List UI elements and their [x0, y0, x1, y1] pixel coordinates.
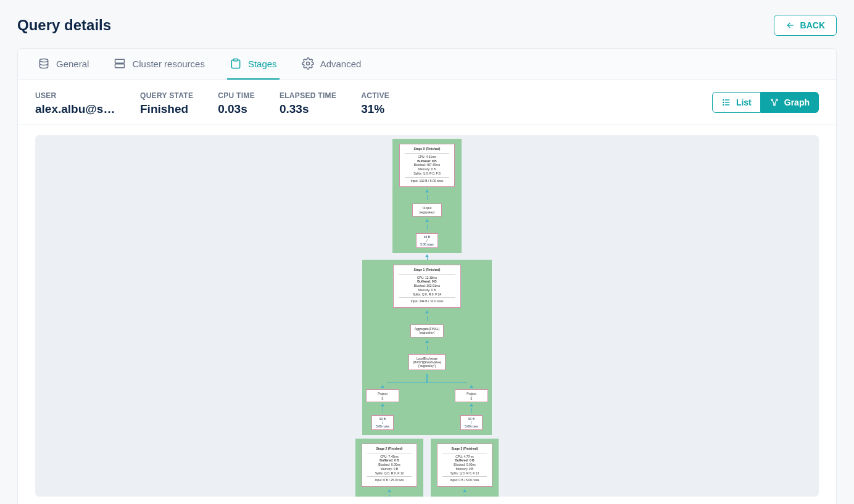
- aggregate-final-operator[interactable]: Aggregate(FINAL) [regionkey]: [410, 324, 444, 337]
- summary-active: ACTIVE 31%: [361, 91, 389, 116]
- arrow-up-icon: [381, 385, 384, 388]
- arrow-up-icon: [470, 385, 473, 388]
- arrow-up-icon: [425, 310, 429, 313]
- svg-point-13: [771, 99, 773, 101]
- summary-value: Finished: [140, 102, 193, 116]
- xfer-node: 46 B / 5.00 rows: [416, 233, 438, 248]
- stage-header: Stage 2 (Finished) CPU: 7.45ms Buffered:…: [362, 444, 417, 487]
- view-toggle-label: Graph: [784, 97, 810, 107]
- view-toggle-label: List: [736, 97, 752, 107]
- tabs: General Cluster resources Stages Advance…: [18, 49, 836, 80]
- stage-header: Stage 0 (Finished) CPU: 4.31ms Buffered:…: [399, 144, 455, 187]
- gear-icon: [302, 57, 314, 70]
- summary-elapsed-time: ELAPSED TIME 0.33s: [280, 91, 336, 116]
- svg-point-15: [773, 104, 775, 106]
- stage-0[interactable]: Stage 0 (Finished) CPU: 4.31ms Buffered:…: [392, 139, 462, 253]
- svg-rect-2: [115, 64, 125, 68]
- svg-rect-5: [234, 59, 238, 61]
- svg-point-14: [776, 99, 777, 101]
- svg-rect-1: [115, 59, 125, 63]
- view-toggle-list[interactable]: List: [712, 92, 761, 113]
- arrow-up-icon: [381, 403, 384, 407]
- summary-label: QUERY STATE: [140, 91, 193, 100]
- tab-cluster-resources[interactable]: Cluster resources: [111, 49, 207, 80]
- back-button[interactable]: BACK: [774, 15, 837, 36]
- svg-point-11: [723, 102, 724, 102]
- output-operator[interactable]: Output [regionkey]: [412, 204, 442, 217]
- summary-label: USER: [35, 91, 115, 100]
- tab-general[interactable]: General: [35, 49, 91, 80]
- svg-point-12: [723, 104, 724, 105]
- arrow-up-icon: [425, 219, 429, 222]
- summary-label: ELAPSED TIME: [280, 91, 336, 100]
- server-icon: [114, 57, 126, 70]
- svg-point-6: [306, 62, 309, 65]
- stage-header: Stage 1 (Finished) CPU: 12.18ms Buffered…: [393, 265, 461, 308]
- svg-point-0: [39, 59, 48, 62]
- tab-advanced[interactable]: Advanced: [299, 49, 364, 80]
- summary-value: alex.albu@st…: [35, 102, 115, 116]
- database-icon: [38, 57, 50, 70]
- branch-connector: [387, 374, 467, 382]
- arrow-up-icon: [388, 489, 391, 492]
- summary-value: 0.33s: [280, 102, 336, 116]
- stage-2[interactable]: Stage 2 (Finished) CPU: 7.45ms Buffered:…: [355, 439, 423, 497]
- tab-label: Advanced: [320, 59, 362, 69]
- arrow-up-icon: [425, 340, 429, 343]
- list-icon: [721, 97, 731, 107]
- view-toggle-graph[interactable]: Graph: [761, 92, 819, 113]
- xfer-node: 90 B / 5.00 rows: [460, 415, 483, 430]
- page-title: Query details: [17, 17, 111, 34]
- stage-1[interactable]: Stage 1 (Finished) CPU: 12.18ms Buffered…: [362, 260, 492, 435]
- summary-value: 31%: [361, 102, 389, 116]
- arrow-up-icon: [425, 189, 429, 192]
- project-operator[interactable]: Project []: [455, 389, 488, 402]
- summary-query-state: QUERY STATE Finished: [140, 91, 193, 116]
- arrow-up-icon: [463, 489, 466, 492]
- view-toggle: List Graph: [712, 92, 819, 113]
- tab-label: Stages: [248, 59, 277, 69]
- arrow-up-icon: [470, 403, 473, 407]
- graph-icon: [769, 97, 779, 107]
- project-operator[interactable]: Project []: [366, 389, 399, 402]
- svg-point-10: [723, 99, 724, 100]
- summary-value: 0.03s: [218, 102, 255, 116]
- stage-3[interactable]: Stage 3 (Finished) CPU: 4.77ms Buffered:…: [431, 439, 499, 497]
- summary-cpu-time: CPU TIME 0.03s: [218, 91, 255, 116]
- tab-label: General: [56, 59, 89, 69]
- summary-user: USER alex.albu@st…: [35, 91, 115, 116]
- summary-label: ACTIVE: [361, 91, 389, 100]
- xfer-node: 90 B / 5.00 rows: [371, 415, 394, 430]
- arrow-left-icon: [786, 20, 795, 30]
- stage-header: Stage 3 (Finished) CPU: 4.77ms Buffered:…: [437, 444, 492, 487]
- stage-graph-canvas[interactable]: Stage 0 (Finished) CPU: 4.31ms Buffered:…: [35, 135, 819, 497]
- clipboard-icon: [230, 57, 242, 70]
- tab-label: Cluster resources: [132, 59, 205, 69]
- local-exchange-operator[interactable]: LocalExchange [HASH][$hashvalue] ["regio…: [408, 354, 445, 371]
- summary-label: CPU TIME: [218, 91, 255, 100]
- tab-stages[interactable]: Stages: [227, 49, 280, 80]
- back-button-label: BACK: [800, 20, 825, 30]
